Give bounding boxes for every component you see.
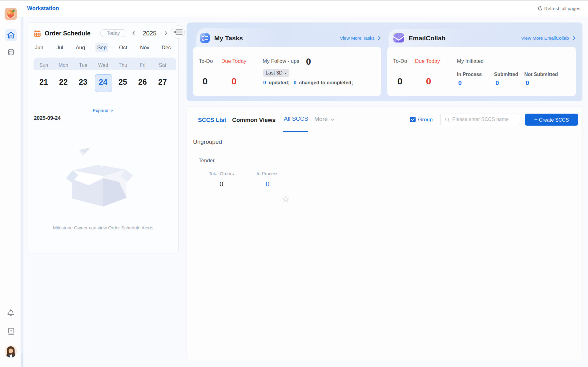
svg-text:?: ?	[10, 329, 12, 333]
